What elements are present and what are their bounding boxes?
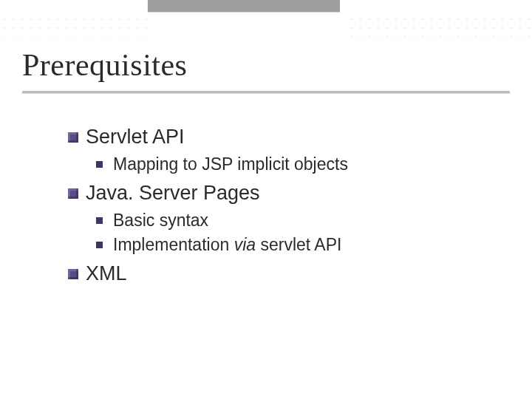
subbullet-label: Basic syntax [113, 211, 208, 231]
decorative-dots-left [0, 15, 148, 37]
subbullet-label: Implementation via servlet API [113, 235, 341, 255]
slide-body: Servlet API Mapping to JSP implicit obje… [68, 118, 502, 291]
bullet-label: Servlet API [86, 126, 185, 149]
title-underline [22, 91, 510, 93]
bullet-servlet-api: Servlet API [68, 126, 502, 149]
diamond-bullet-icon [68, 188, 78, 199]
text-fragment: Implementation [113, 235, 234, 254]
square-bullet-icon [96, 161, 103, 168]
italic-via: via [234, 235, 256, 254]
square-bullet-icon [96, 217, 103, 224]
bullet-label: Java. Server Pages [86, 182, 260, 205]
subbullet-implementation: Implementation via servlet API [96, 235, 502, 255]
diamond-bullet-icon [68, 269, 78, 279]
subbullet-basic-syntax: Basic syntax [96, 211, 502, 231]
slide-title: Prerequisites [22, 47, 187, 83]
subbullet-label: Mapping to JSP implicit objects [113, 154, 348, 174]
subbullet-mapping: Mapping to JSP implicit objects [96, 154, 502, 174]
diamond-bullet-icon [68, 132, 78, 143]
text-fragment: servlet API [256, 235, 341, 254]
decorative-dots-right [347, 15, 532, 37]
bullet-javaserver-pages: Java. Server Pages [68, 182, 502, 205]
top-accent-bar [148, 0, 340, 12]
bullet-label: XML [86, 262, 127, 285]
slide: Prerequisites Servlet API Mapping to JSP… [0, 0, 532, 399]
bullet-xml: XML [68, 262, 502, 285]
square-bullet-icon [96, 242, 103, 248]
